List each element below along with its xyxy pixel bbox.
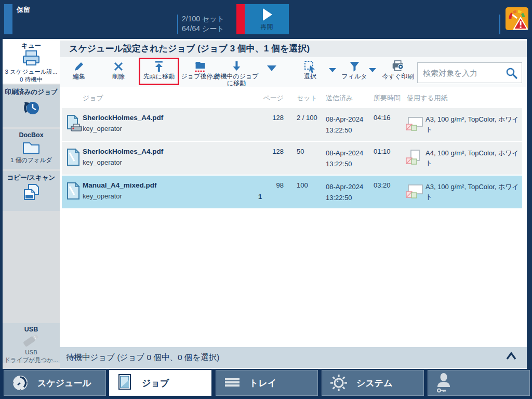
job-media: A4, 100 g/m², TopColor, ホワイト bbox=[425, 148, 522, 168]
paper-a3-landscape-icon bbox=[405, 116, 423, 131]
filter-dropdown-icon[interactable] bbox=[369, 68, 376, 72]
copy-scan-label: コピー/スキャン bbox=[3, 171, 60, 182]
column-header-duration: 所要時間 bbox=[374, 94, 401, 103]
tab-jobs[interactable]: ジョブ bbox=[109, 370, 211, 396]
edit-label: 編集 bbox=[73, 73, 85, 80]
docbox-folder-count: 1 個のフォルダ bbox=[3, 156, 60, 164]
sidebar-item-printed-jobs[interactable]: 印刷済みのジョブ bbox=[3, 85, 60, 127]
selection-marquee-icon bbox=[303, 60, 317, 73]
printer-control-screen: 保留 2/100 セット 64/64 シート 再開 キュー bbox=[0, 0, 532, 399]
search-input[interactable] bbox=[422, 63, 504, 83]
tab-user-login[interactable] bbox=[428, 370, 530, 396]
color-gauge-warning-icon[interactable] bbox=[506, 7, 528, 31]
column-header-media: 使用する用紙 bbox=[407, 94, 448, 103]
table-row[interactable]: SherlockHolmes_A4.pdf key_operator 128 5… bbox=[62, 142, 522, 175]
print-now-icon bbox=[391, 60, 405, 73]
job-sent-timestamp: 08-Apr-2024 13:22:50 bbox=[326, 148, 363, 169]
job-owner: key_operator bbox=[83, 158, 163, 166]
waiting-jobs-panel[interactable]: 待機中ジョブ (ジョブ 0 個中、0 個を選択) bbox=[60, 347, 527, 368]
waiting-jobs-title: 待機中ジョブ (ジョブ 0 個中、0 個を選択) bbox=[66, 352, 219, 363]
delete-button[interactable]: 削除 bbox=[112, 59, 125, 80]
folder-icon bbox=[21, 139, 42, 154]
pencil-icon bbox=[73, 60, 85, 73]
select-dropdown-icon[interactable] bbox=[329, 68, 336, 72]
paper-a4-portrait-icon bbox=[405, 150, 423, 165]
print-now-button[interactable]: 今すぐ印刷 bbox=[382, 59, 414, 80]
resume-button-label: 再開 bbox=[245, 22, 289, 31]
job-sets: 50 bbox=[297, 148, 304, 155]
column-header-sent: 送信済み bbox=[326, 94, 353, 103]
job-name: Manual_A4_mixed.pdf bbox=[83, 181, 157, 189]
print-now-label: 今すぐ印刷 bbox=[382, 73, 414, 80]
job-name: SherlockHolmes_A4.pdf bbox=[83, 148, 163, 155]
job-duration: 04:16 bbox=[374, 114, 391, 122]
arrow-down-icon bbox=[230, 60, 243, 73]
move-to-top-button[interactable]: 先頭に移動 bbox=[143, 59, 175, 80]
printer-icon bbox=[22, 50, 41, 66]
sheets-counter: 64/64 シート bbox=[182, 24, 224, 34]
usb-label: USB bbox=[3, 323, 60, 333]
job-pages: 128 bbox=[262, 114, 284, 122]
sidebar-item-docbox[interactable]: DocBox 1 個のフォルダ bbox=[3, 129, 60, 169]
usb-drive-icon bbox=[21, 333, 42, 347]
document-icon bbox=[117, 374, 134, 392]
printing-job-icon bbox=[66, 115, 83, 134]
document-icon bbox=[66, 149, 81, 166]
usb-status-line2: ドライブが見つか... bbox=[3, 356, 60, 364]
job-name: SherlockHolmes_A4.pdf bbox=[83, 114, 163, 122]
search-box bbox=[417, 62, 522, 83]
table-row[interactable]: SherlockHolmes_A4.pdf key_operator 128 2… bbox=[62, 108, 522, 141]
printed-jobs-label: 印刷済みのジョブ bbox=[3, 85, 60, 97]
select-button[interactable]: 選択 bbox=[303, 59, 317, 80]
scheduled-jobs-title: スケジュール設定されたジョブ (ジョブ 3 個中、1 個を選択) bbox=[60, 41, 527, 57]
sets-counter: 2/100 セット bbox=[182, 14, 224, 24]
queue-scheduled-count: 3 スケジュール設... bbox=[3, 68, 60, 76]
more-actions-dropdown-icon[interactable] bbox=[267, 65, 276, 71]
paper-a3-landscape-icon bbox=[405, 183, 423, 199]
clock-icon bbox=[11, 374, 29, 392]
job-duration: 01:10 bbox=[374, 148, 391, 155]
gear-icon bbox=[329, 374, 348, 392]
tab-trays[interactable]: トレイ bbox=[216, 370, 318, 396]
resume-button[interactable]: 再開 bbox=[245, 4, 289, 34]
sidebar-item-queue[interactable]: キュー 3 スケジュール設... 0 待機中 bbox=[3, 39, 60, 84]
job-queue-position: 1 bbox=[258, 193, 264, 201]
history-clock-icon bbox=[21, 98, 41, 117]
search-icon[interactable] bbox=[505, 66, 518, 80]
move-to-waiting-button[interactable]: 待機中のジョブ に移動 bbox=[214, 59, 258, 87]
filter-label: フィルタ bbox=[341, 73, 367, 80]
sidebar-item-usb[interactable]: USB USB ドライブが見つか... bbox=[3, 323, 60, 363]
main-content: スケジュール設定されたジョブ (ジョブ 3 個中、1 個を選択) 編集 削除 先… bbox=[60, 39, 527, 369]
arrow-up-to-line-icon bbox=[153, 60, 165, 73]
filter-button[interactable]: フィルタ bbox=[341, 59, 367, 80]
job-owner: key_operator bbox=[83, 192, 157, 200]
column-header-job: ジョブ bbox=[83, 94, 103, 103]
job-pages: 98 bbox=[262, 181, 284, 189]
job-sent-timestamp: 08-Apr-2024 13:22:50 bbox=[326, 114, 363, 136]
job-sets: 2 / 100 bbox=[297, 114, 317, 122]
tab-schedule[interactable]: スケジュール bbox=[4, 370, 106, 396]
job-media: A3, 100 g/m², TopColor, ホワイト bbox=[425, 182, 522, 202]
edit-button[interactable]: 編集 bbox=[73, 59, 85, 80]
user-key-icon bbox=[435, 373, 454, 393]
job-sets: 100 bbox=[297, 181, 308, 189]
stop-after-job-label: ジョブ後停止 bbox=[181, 73, 219, 80]
tab-system[interactable]: システム bbox=[322, 370, 424, 396]
column-header-pages: ページ bbox=[262, 94, 284, 103]
move-to-waiting-label-line2: に移動 bbox=[214, 80, 258, 87]
tab-system-label: システム bbox=[356, 377, 393, 389]
jobs-toolbar: 編集 削除 先頭に移動 ジョブ後停止 待機中のジョブ に移動 bbox=[60, 57, 527, 87]
tab-trays-label: トレイ bbox=[249, 377, 276, 389]
stopped-status-accent bbox=[236, 4, 245, 34]
bottom-nav-bar: スケジュール ジョブ トレイ bbox=[0, 369, 532, 399]
stop-after-job-button[interactable]: ジョブ後停止 bbox=[181, 59, 219, 80]
sidebar-item-copy-scan[interactable]: コピー/スキャン bbox=[3, 171, 60, 211]
table-row-selected[interactable]: Manual_A4_mixed.pdf key_operator 98 1 10… bbox=[62, 176, 522, 208]
x-delete-icon bbox=[113, 61, 124, 72]
play-icon bbox=[261, 8, 273, 21]
document-icon bbox=[66, 182, 81, 200]
select-label: 選択 bbox=[303, 73, 317, 80]
chevron-up-icon[interactable] bbox=[505, 351, 517, 362]
docbox-label: DocBox bbox=[3, 129, 60, 139]
sidebar: キュー 3 スケジュール設... 0 待機中 印刷済みのジョブ DocBox bbox=[3, 39, 60, 369]
